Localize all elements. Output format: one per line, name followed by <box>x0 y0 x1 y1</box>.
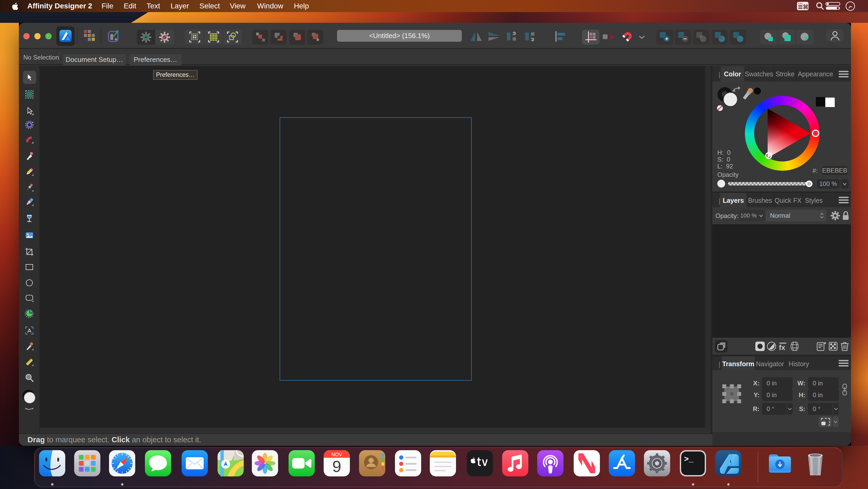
svg-text:NOV: NOV <box>331 452 342 457</box>
svg-text:>_: >_ <box>684 455 694 464</box>
svg-text:A: A <box>28 327 31 334</box>
svg-text:fx: fx <box>779 344 785 351</box>
svg-text:9: 9 <box>332 457 341 476</box>
